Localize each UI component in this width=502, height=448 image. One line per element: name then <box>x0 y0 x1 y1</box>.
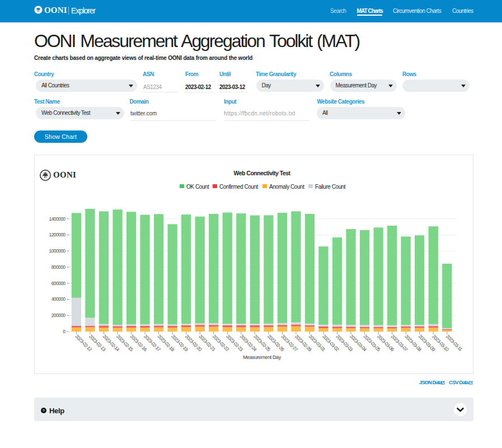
svg-text:1400000: 1400000 <box>49 216 66 222</box>
svg-text:?: ? <box>43 408 45 412</box>
svg-text:600000: 600000 <box>51 281 66 286</box>
svg-text:Measurement Day: Measurement Day <box>243 354 281 360</box>
svg-text:200000: 200000 <box>51 312 66 318</box>
svg-text:1000000: 1000000 <box>49 248 66 254</box>
svg-text:800000: 800000 <box>51 264 66 270</box>
svg-text:0: 0 <box>63 329 65 334</box>
svg-text:400000: 400000 <box>51 296 66 302</box>
svg-text:1200000: 1200000 <box>49 232 66 237</box>
